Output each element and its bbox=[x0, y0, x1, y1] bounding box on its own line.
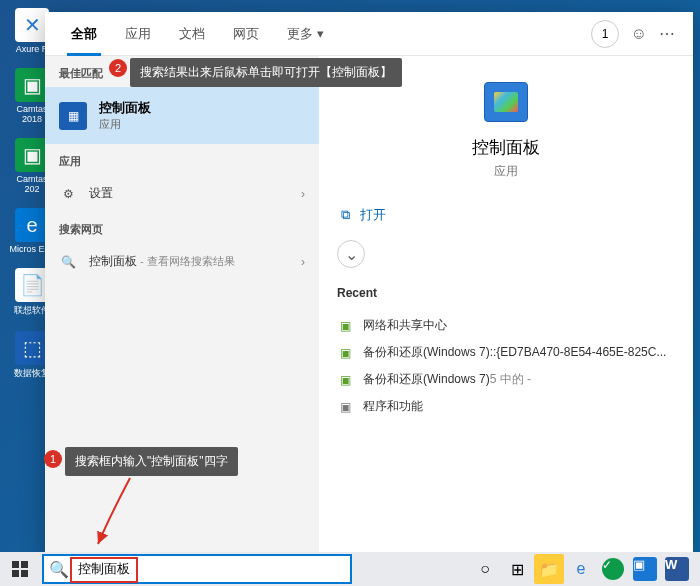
results-column: 最佳匹配 ▦ 控制面板 应用 应用 ⚙ 设置 › 搜索网页 🔍 控制面板 - 查… bbox=[45, 56, 319, 560]
chevron-right-icon: › bbox=[301, 255, 305, 269]
taskbar: 🔍 ○ ⊞ 📁 e ✓ ▣ W bbox=[0, 552, 700, 586]
chevron-right-icon: › bbox=[301, 187, 305, 201]
recent-item[interactable]: ▣备份和还原(Windows 7)5 中的 - bbox=[337, 366, 675, 393]
control-panel-large-icon bbox=[484, 82, 528, 122]
settings-item[interactable]: ⚙ 设置 › bbox=[45, 175, 319, 212]
annotation-badge-1: 1 bbox=[44, 450, 62, 468]
taskbar-taskview-icon[interactable]: ⊞ bbox=[502, 554, 532, 584]
feedback-icon[interactable]: ☺ bbox=[625, 20, 653, 48]
taskbar-search[interactable]: 🔍 bbox=[42, 554, 352, 584]
recent-item-icon: ▣ bbox=[337, 318, 353, 334]
recent-header: Recent bbox=[337, 286, 675, 300]
recent-item[interactable]: ▣程序和功能 bbox=[337, 393, 675, 420]
account-badge[interactable]: 1 bbox=[591, 20, 619, 48]
search-icon: 🔍 bbox=[59, 255, 77, 269]
svg-rect-3 bbox=[21, 570, 28, 577]
taskbar-cortana-icon[interactable]: ○ bbox=[470, 554, 500, 584]
gear-icon: ⚙ bbox=[59, 187, 77, 201]
recent-item-icon: ▣ bbox=[337, 372, 353, 388]
preview-title: 控制面板 bbox=[472, 136, 540, 159]
tab-web[interactable]: 网页 bbox=[219, 12, 273, 56]
search-panel: 全部应用文档网页更多 ▾ 1 ☺ ⋯ 最佳匹配 ▦ 控制面板 应用 应用 ⚙ 设… bbox=[45, 12, 693, 560]
svg-rect-2 bbox=[12, 570, 19, 577]
more-icon[interactable]: ⋯ bbox=[653, 20, 681, 48]
best-match-title: 控制面板 bbox=[99, 99, 151, 117]
open-action[interactable]: ⧉ 打开 bbox=[341, 198, 675, 232]
app-icon: ✕ bbox=[15, 8, 49, 42]
taskbar-explorer-icon[interactable]: 📁 bbox=[534, 554, 564, 584]
best-match-item[interactable]: ▦ 控制面板 应用 bbox=[45, 87, 319, 144]
search-input[interactable] bbox=[74, 562, 350, 577]
taskbar-app-icon[interactable]: ✓ bbox=[598, 554, 628, 584]
search-icon: 🔍 bbox=[44, 560, 74, 579]
annotation-badge-2: 2 bbox=[109, 59, 127, 77]
control-panel-icon: ▦ bbox=[59, 102, 87, 130]
taskbar-edge-icon[interactable]: e bbox=[566, 554, 596, 584]
annotation-tooltip-2: 搜索结果出来后鼠标单击即可打开【控制面板】 bbox=[130, 58, 402, 87]
taskbar-word-icon[interactable]: W bbox=[662, 554, 692, 584]
open-icon: ⧉ bbox=[341, 207, 350, 223]
svg-rect-1 bbox=[21, 561, 28, 568]
recent-item[interactable]: ▣备份和还原(Windows 7)::{ED7BA470-8E54-465E-8… bbox=[337, 339, 675, 366]
tab-more[interactable]: 更多 ▾ bbox=[273, 12, 338, 56]
web-search-item[interactable]: 🔍 控制面板 - 查看网络搜索结果 › bbox=[45, 243, 319, 280]
tab-docs[interactable]: 文档 bbox=[165, 12, 219, 56]
preview-column: 控制面板 应用 ⧉ 打开 ⌄ Recent ▣网络和共享中心▣备份和还原(Win… bbox=[319, 56, 693, 560]
tab-all[interactable]: 全部 bbox=[57, 12, 111, 56]
recent-item-icon: ▣ bbox=[337, 345, 353, 361]
app-icon: ⬚ bbox=[15, 331, 49, 365]
apps-header: 应用 bbox=[45, 144, 319, 175]
search-web-header: 搜索网页 bbox=[45, 212, 319, 243]
app-icon: 📄 bbox=[15, 268, 49, 302]
taskbar-app-icon[interactable]: ▣ bbox=[630, 554, 660, 584]
expand-button[interactable]: ⌄ bbox=[337, 240, 365, 268]
recent-item[interactable]: ▣网络和共享中心 bbox=[337, 312, 675, 339]
best-match-sub: 应用 bbox=[99, 117, 151, 132]
app-icon: ▣ bbox=[15, 68, 49, 102]
preview-sub: 应用 bbox=[494, 163, 518, 180]
annotation-tooltip-1: 搜索框内输入"控制面板"四字 bbox=[65, 447, 238, 476]
svg-rect-0 bbox=[12, 561, 19, 568]
app-icon: e bbox=[15, 208, 49, 242]
app-icon: ▣ bbox=[15, 138, 49, 172]
start-button[interactable] bbox=[0, 552, 40, 586]
tab-apps[interactable]: 应用 bbox=[111, 12, 165, 56]
search-tabs: 全部应用文档网页更多 ▾ 1 ☺ ⋯ bbox=[45, 12, 693, 56]
recent-item-icon: ▣ bbox=[337, 399, 353, 415]
